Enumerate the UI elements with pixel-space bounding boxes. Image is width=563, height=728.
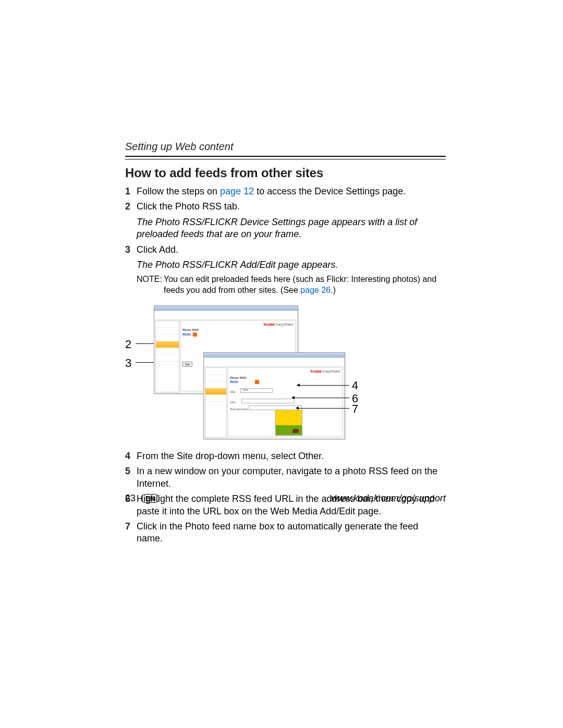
callout-4-line xyxy=(297,385,349,386)
window-toolbar xyxy=(155,311,297,320)
url-label: URL xyxy=(230,401,236,404)
step-1: 1 Follow the steps on page 12 to access … xyxy=(125,186,446,198)
step-5: 5 In a new window on your computer, navi… xyxy=(125,465,446,490)
sidebar-item xyxy=(156,348,179,355)
sidebar-item xyxy=(156,355,179,362)
step-3: 3 Click Add. xyxy=(125,244,446,256)
result-text-2: The Photo RSS/FLICKR Add/Edit page appea… xyxy=(137,259,446,271)
callout-4: 4 xyxy=(352,379,358,392)
step-text: Click Add. xyxy=(137,244,446,256)
brand-row: Kodak EasyShare xyxy=(182,323,293,326)
note-post: .) xyxy=(331,286,336,294)
step-number: 3 xyxy=(125,244,137,256)
step-text: In a new window on your computer, naviga… xyxy=(137,465,446,490)
result-text-1: The Photo RSS/FLICKR Device Settings pag… xyxy=(137,216,446,241)
site-row: Site Other xyxy=(230,388,340,393)
kodak-logo-text: Kodak xyxy=(264,323,275,326)
step-number: 1 xyxy=(125,186,137,198)
section-title: How to add feeds from other sites xyxy=(125,166,446,180)
sidebar xyxy=(155,320,179,392)
callout-3: 3 xyxy=(125,356,131,370)
site-dropdown-value: Other xyxy=(242,388,249,391)
sidebar xyxy=(205,367,227,438)
rss-icon xyxy=(193,332,197,337)
step-2: 2 Click the Photo RSS tab. xyxy=(125,201,446,213)
window-toolbar xyxy=(205,358,344,367)
flickr-row: flickr xyxy=(182,332,293,337)
step-text-pre: Follow the steps on xyxy=(137,186,220,196)
callout-7-line xyxy=(296,408,349,409)
callout-label: 3 xyxy=(125,356,131,370)
header-rule xyxy=(125,156,446,159)
url-input[interactable] xyxy=(241,399,295,403)
page-number: 23 xyxy=(125,493,136,504)
step-number: 2 xyxy=(125,201,137,213)
sidebar-item xyxy=(205,375,226,381)
sidebar-item xyxy=(205,395,226,402)
flower-thumbnail xyxy=(275,410,302,436)
page-footer: 23 EN www.kodak.com/go/support xyxy=(125,493,446,504)
step-4: 4 From the Site drop-down menu, select O… xyxy=(125,450,446,462)
flickr-logo: flickr xyxy=(182,332,191,336)
callout-label: 2 xyxy=(125,338,131,351)
support-url[interactable]: www.kodak.com/go/support xyxy=(331,493,446,504)
window-titlebar xyxy=(204,353,345,357)
sidebar-item xyxy=(156,328,179,335)
site-dropdown[interactable]: Other xyxy=(240,388,273,393)
step-number: 5 xyxy=(125,465,137,477)
page-link-12[interactable]: page 12 xyxy=(220,186,254,196)
manual-page: Setting up Web content How to add feeds … xyxy=(0,0,563,728)
steps-list-top: 1 Follow the steps on page 12 to access … xyxy=(125,186,446,213)
step-text: Click in the Photo feed name box to auto… xyxy=(137,521,446,545)
feed-name-label: Photo feed name xyxy=(230,408,248,411)
kodak-logo-text: Kodak xyxy=(311,369,322,373)
rss-icon xyxy=(255,380,259,384)
note: NOTE: You can edit preloaded feeds here … xyxy=(137,274,446,296)
running-head: Setting up Web content xyxy=(125,141,446,153)
easyshare-text: EasyShare xyxy=(323,369,340,373)
callout-7: 7 xyxy=(352,402,358,416)
language-badge: EN xyxy=(141,494,160,503)
add-button[interactable]: Add xyxy=(182,362,192,367)
step-number: 7 xyxy=(125,521,137,533)
easyshare-text: EasyShare xyxy=(276,323,293,326)
sidebar-item-selected xyxy=(156,341,179,348)
sidebar-item-selected xyxy=(205,388,226,395)
step-text: Follow the steps on page 12 to access th… xyxy=(137,186,446,198)
flickr-row: flickr xyxy=(230,380,340,384)
note-body: You can edit preloaded feeds here (such … xyxy=(164,274,446,296)
page-link-26[interactable]: page 26 xyxy=(300,286,331,294)
step-text-post: to access the Device Settings page. xyxy=(254,186,406,196)
screenshot-front: Kodak EasyShare Photo RSS flickr Site Ot xyxy=(203,352,345,439)
site-label: Site xyxy=(230,390,235,393)
step-number: 4 xyxy=(125,450,137,462)
window-titlebar xyxy=(154,306,298,311)
brand-row: Kodak EasyShare xyxy=(230,369,340,373)
step-text: From the Site drop-down menu, select Oth… xyxy=(137,450,446,462)
callout-label: 7 xyxy=(352,402,358,416)
figure: 2 3 Kodak EasyShare Ph xyxy=(125,305,446,441)
window-body: Kodak EasyShare Photo RSS flickr Site Ot xyxy=(228,367,342,437)
url-row: URL xyxy=(230,399,340,404)
note-label: NOTE: xyxy=(137,274,164,296)
sidebar-item xyxy=(156,335,179,341)
step-text: Click the Photo RSS tab. xyxy=(137,201,446,213)
sidebar-item xyxy=(205,381,226,388)
sidebar-item xyxy=(156,321,179,328)
steps-list-3: 3 Click Add. xyxy=(125,244,446,256)
callout-label: 4 xyxy=(352,379,358,392)
add-button-area: Add xyxy=(182,362,192,367)
photo-rss-heading: Photo RSS xyxy=(230,376,340,379)
callout-6-line xyxy=(292,398,349,398)
photo-rss-heading: Photo RSS xyxy=(182,328,293,331)
callout-2: 2 xyxy=(125,338,131,351)
flickr-logo: flickr xyxy=(230,380,239,384)
sidebar-item xyxy=(205,368,226,375)
step-7: 7 Click in the Photo feed name box to au… xyxy=(125,521,446,545)
